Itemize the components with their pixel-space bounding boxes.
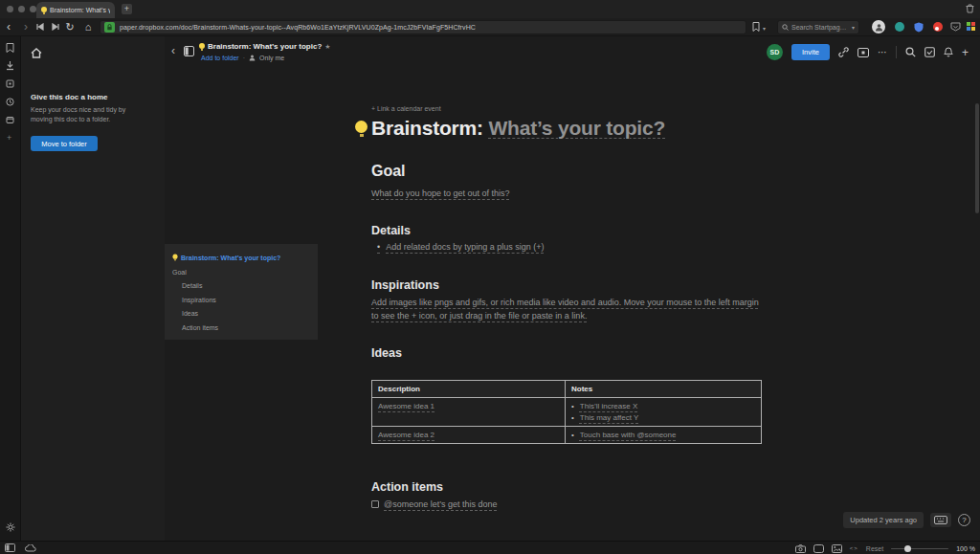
code-view-icon[interactable]: <>: [850, 545, 858, 551]
extension-mosaic-icon[interactable]: [967, 22, 975, 31]
traffic-light-close-button[interactable]: [7, 6, 13, 12]
extension-shield-icon[interactable]: [914, 22, 924, 33]
outline-item-details[interactable]: Details: [182, 282, 318, 289]
doc-title-placeholder: What’s your topic?: [488, 117, 665, 139]
trash-icon[interactable]: [966, 4, 974, 13]
notifications-bell-icon[interactable]: [944, 47, 953, 57]
todo-text[interactable]: @someone let’s get this done: [384, 499, 498, 509]
heading-ideas[interactable]: Ideas: [371, 346, 402, 360]
sidebar-history-icon[interactable]: [6, 98, 14, 106]
reload-icon[interactable]: ↻: [63, 18, 77, 36]
search-placeholder: Search Startpag…: [791, 24, 849, 31]
sidebar-downloads-icon[interactable]: [6, 61, 14, 71]
sidebar-settings-gear-icon[interactable]: [6, 522, 15, 532]
statusbar-sidebar-toggle-icon[interactable]: [5, 543, 15, 552]
forward-icon[interactable]: ›: [19, 18, 33, 36]
doc-content: + Link a calendar event Brainstorm: What…: [371, 36, 762, 541]
link-calendar-event-button[interactable]: + Link a calendar event: [371, 105, 441, 112]
copy-link-icon[interactable]: [838, 47, 849, 57]
traffic-light-minimize-button[interactable]: [18, 6, 25, 12]
paper-home-icon[interactable]: [31, 48, 42, 58]
outline-item-inspirations[interactable]: Inspirations: [182, 297, 318, 303]
heading-inspirations[interactable]: Inspirations: [371, 278, 439, 292]
zoom-reset-button[interactable]: Reset: [866, 545, 883, 552]
invite-button[interactable]: Invite: [791, 44, 830, 60]
heading-details[interactable]: Details: [371, 224, 411, 237]
home-icon[interactable]: ⌂: [81, 18, 95, 36]
paper-back-icon[interactable]: ‹: [171, 44, 175, 57]
sidebar-bookmarks-icon[interactable]: [6, 43, 14, 53]
todo-item: @someone let’s get this done: [371, 499, 498, 509]
todo-checkbox[interactable]: [371, 500, 379, 508]
table-header-notes[interactable]: Notes: [566, 381, 762, 398]
last-updated-label: Updated 2 years ago: [843, 512, 924, 528]
outline-title-row[interactable]: Brainstorm: What’s your topic?: [172, 254, 318, 261]
tab-brainstorm[interactable]: Brainstorm: What’s your to: [36, 2, 115, 18]
details-bullet[interactable]: Add related docs by typing a plus sign (…: [377, 242, 545, 252]
person-icon: [249, 55, 256, 61]
table-header-row: Description Notes: [372, 381, 762, 398]
heading-action-items[interactable]: Action items: [371, 480, 443, 494]
user-avatar[interactable]: SD: [767, 44, 783, 60]
tasks-checkbox-icon[interactable]: [924, 47, 935, 57]
navigation-toolbar: ‹ › ↻ ⌂ paper.dropbox.com/doc/Brainstorm…: [0, 18, 980, 36]
idea-description[interactable]: Awesome idea 2: [378, 431, 434, 439]
sidebar-extensions-icon[interactable]: [6, 79, 14, 88]
outline-item-action-items[interactable]: Action items: [182, 324, 318, 331]
browser-account-avatar[interactable]: [872, 20, 885, 33]
extension-red-icon[interactable]: [933, 22, 943, 32]
browser-window: Brainstorm: What’s your to + ‹ › ↻ ⌂ pap…: [0, 0, 980, 554]
keyboard-shortcuts-button[interactable]: [930, 513, 951, 527]
move-to-folder-button[interactable]: Move to folder: [31, 136, 98, 151]
more-options-icon[interactable]: ⋯: [878, 48, 887, 57]
doc-title-text: Brainstorm:: [371, 117, 488, 139]
paper-doc-title: Brainstorm: What’s your topic?: [208, 42, 322, 51]
image-icon[interactable]: [832, 544, 842, 553]
sidebar-tabs-icon[interactable]: [6, 116, 14, 124]
favorite-star-icon[interactable]: ★: [324, 43, 330, 51]
select-region-icon[interactable]: [813, 544, 824, 553]
home-panel-description: Keep your docs nice and tidy by moving t…: [31, 105, 147, 124]
sidebar-add-icon[interactable]: +: [7, 133, 11, 143]
traffic-light-zoom-button[interactable]: [30, 6, 36, 12]
doc-title-block[interactable]: Brainstorm: What’s your topic?: [355, 117, 665, 140]
back-icon[interactable]: ‹: [2, 18, 15, 36]
outline-toggle-icon[interactable]: [184, 46, 194, 56]
goal-placeholder-text[interactable]: What do you hope to get out of this?: [371, 187, 510, 200]
extension-teal-icon[interactable]: [895, 22, 904, 32]
statusbar-cloud-icon[interactable]: [25, 544, 36, 552]
inspirations-text[interactable]: Add images like pngs and gifs, or rich m…: [371, 296, 762, 322]
sharing-status[interactable]: Only me: [259, 55, 284, 61]
paper-document-area: ‹ Brainstorm: What’s your topic? ★ Add t…: [165, 36, 980, 541]
idea-note[interactable]: This’ll increase X: [580, 402, 637, 410]
outline-doc-title: Brainstorm: What’s your topic?: [181, 255, 280, 261]
zoom-slider[interactable]: [891, 544, 948, 552]
present-icon[interactable]: [858, 48, 869, 57]
zoom-slider-handle[interactable]: [904, 545, 911, 552]
zoom-slider-track: [891, 548, 948, 550]
help-button[interactable]: ?: [958, 514, 970, 526]
search-input[interactable]: Search Startpag… ▾: [777, 20, 859, 34]
doc-home-panel: Give this doc a home Keep your docs nice…: [21, 36, 165, 541]
new-doc-plus-icon[interactable]: +: [962, 47, 969, 58]
add-to-folder-link[interactable]: Add to folder: [201, 55, 239, 61]
screenshot-camera-icon[interactable]: [795, 544, 806, 553]
idea-description[interactable]: Awesome idea 1: [378, 402, 434, 410]
extension-badge-icon[interactable]: [950, 22, 961, 32]
search-engine-caret-icon[interactable]: ▾: [852, 24, 855, 31]
bookmark-icon[interactable]: [752, 22, 760, 32]
new-tab-button[interactable]: +: [122, 4, 132, 14]
secure-lock-icon[interactable]: [104, 22, 115, 33]
table-header-description[interactable]: Description: [372, 381, 566, 398]
url-bar[interactable]: paper.dropbox.com/doc/Brainstorm-Whats-y…: [100, 20, 746, 34]
lightbulb-icon: [172, 255, 177, 261]
doc-search-icon[interactable]: [905, 47, 916, 57]
idea-note[interactable]: This may affect Y: [580, 413, 639, 422]
heading-goal[interactable]: Goal: [371, 163, 406, 180]
idea-note[interactable]: Touch base with @someone: [580, 431, 677, 439]
outline-item-ideas[interactable]: Ideas: [182, 310, 318, 317]
bookmark-caret-icon[interactable]: ▾: [763, 25, 766, 32]
ideas-table[interactable]: Description Notes Awesome idea 1 This’ll…: [371, 380, 762, 444]
outline-item-goal[interactable]: Goal: [172, 269, 318, 276]
paper-scrollbar[interactable]: [975, 65, 979, 539]
